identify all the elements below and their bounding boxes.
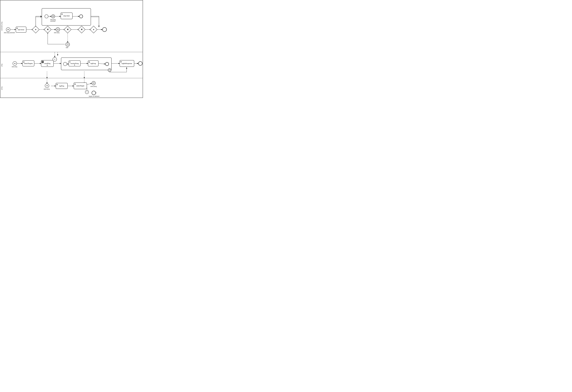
pong-flows [3,78,143,98]
gateway-plus-2: + [90,26,97,33]
lane-content-ping: ▽ ✉ start ping selectTargets ✉ sendPing … [3,52,143,78]
bpmn-diagram: autostart ping [0,0,143,98]
task-start-timer-label: start timer [18,29,24,30]
gateway-plus-1: + [32,26,40,33]
target-not-allowed-label: target not allowed [89,95,99,97]
start-ping-label: start ping [12,66,17,67]
start-ping-autostart-label: start ping autostart [4,32,15,33]
task-select-targets: selectTargets [22,60,34,66]
timer-boundary-event: ⏱ [108,68,111,72]
gear-icon-log-ping [56,84,58,86]
gear-icon-log-no-response [120,61,122,63]
task-select-target-label: selectTarget [76,85,84,87]
gear-icon-select-target [74,83,76,85]
mi-marker-send-ping: ||| [47,64,48,66]
end-event-target-not-allowed [92,91,96,95]
lane-pong: pong [0,78,143,98]
start-ping-autostart-event: ✉ [6,27,10,32]
lane-label-ping: ping [0,52,3,78]
wait-timer-event: ⏱ [65,42,70,46]
task-start-timer: start timer [16,27,26,33]
send-icon-send-ping: ✉ [42,61,44,63]
start-ping-msg-event: ✉ [13,61,17,66]
send-pong-label: send pong [90,86,97,87]
end-event-autostart [102,27,107,32]
autostart-ping-flows [3,0,143,52]
svg-line-26 [98,63,105,64]
lane-label-pong: pong [0,78,3,98]
start-pong-label: start pong [44,88,49,90]
signal-event-pong: 〜 [85,90,89,94]
gateway-x-3: ✕ [78,26,85,33]
dashed-flows [3,0,143,52]
x-symbol-3: ✕ [81,28,83,31]
subprocess-stop-ping: ✉ stop ping autostart stop timer [42,8,91,26]
task-send-ping: ✉ sendPing ||| [41,60,54,67]
lane-content-autostart-ping: ✉ start ping autostart start timer + ✕ ✉… [3,0,143,52]
gear-icon-select-targets [23,61,25,63]
start-pong-event: ✉ [45,84,49,88]
task-log-ping: logPing [56,83,68,89]
lane-label-autostart-ping: autostart ping [0,0,3,52]
task-log-no-response: logNoResponse [120,60,134,67]
svg-line-31 [87,83,92,85]
task-select-target: selectTarget [74,82,87,89]
wait-label: wait [66,47,68,48]
x-symbol-2: ✕ [67,28,69,31]
send-ping-label: start ping [54,32,59,33]
task-log-no-response-label: logNoResponse [122,63,132,64]
end-event-ping [138,61,143,66]
task-select-targets-label: selectTargets [24,63,33,64]
lane-ping: ping [0,52,143,78]
plus-symbol-1: + [35,28,36,31]
send-ping-event: ✉ [56,27,60,32]
task-send-ping-label: sendPing [44,63,50,64]
task-log-ping-label: logPing [59,85,64,87]
lane-content-pong: ✉ start pong logPing selectTarget ✉ send… [3,78,143,98]
gateway-x-2: ✕ [64,26,71,33]
gear-icon-start-timer [16,27,18,29]
subprocess-ping-inner: ✉ receivePong ▲ logPong [61,58,111,70]
lane-autostart-ping: autostart ping [0,0,143,52]
plus-symbol-2: + [93,28,95,31]
x-symbol-1: ✕ [47,28,49,31]
subprocess-arrows [42,9,91,25]
send-pong-event: ✉ [92,81,95,85]
subprocess-inner-arrows [61,58,111,70]
gateway-x-1: ✕ [44,26,51,33]
